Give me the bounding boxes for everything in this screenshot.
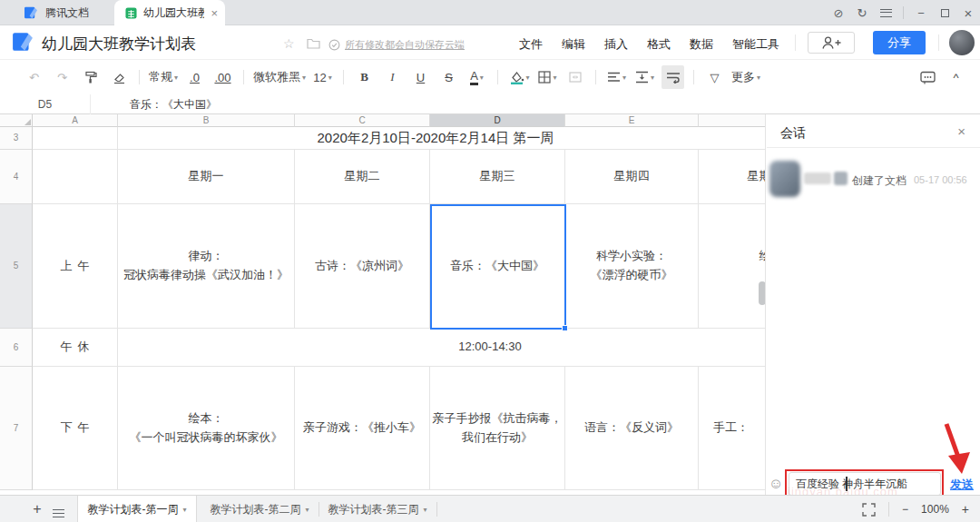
clear-format-button[interactable]	[107, 65, 130, 89]
strikethrough-button[interactable]: S	[437, 65, 460, 89]
menu-insert[interactable]: 插入	[604, 36, 628, 53]
decrease-decimal-button[interactable]: .0	[183, 65, 206, 89]
cell-e7[interactable]: 语言：《反义词》	[565, 367, 699, 490]
close-button[interactable]: ×	[956, 5, 980, 21]
fullscreen-icon[interactable]	[862, 503, 876, 517]
cell-reference-box[interactable]: D5	[0, 94, 91, 114]
row-header-5[interactable]: 5	[0, 204, 33, 329]
more-tools-dropdown[interactable]: 更多▾	[731, 65, 760, 89]
bold-button[interactable]: B	[353, 65, 376, 89]
vertical-scrollbar-thumb[interactable]	[759, 281, 765, 305]
font-color-dropdown[interactable]: A▾	[466, 65, 488, 89]
row-header-6[interactable]: 6	[0, 329, 33, 367]
cell-b4-monday[interactable]: 星期一	[118, 150, 295, 204]
compass-icon[interactable]: ⊘	[827, 6, 850, 20]
tab-active-document[interactable]: 幼儿园大班教学计 ×	[114, 0, 225, 25]
col-header-c[interactable]: C	[295, 114, 430, 127]
add-sheet-button[interactable]: +	[27, 499, 47, 519]
cell-d7[interactable]: 亲子手抄报《抗击病毒， 我们在行动》	[430, 367, 565, 490]
col-header-a[interactable]: A	[33, 114, 118, 127]
text-cursor	[846, 477, 848, 491]
row-header-4[interactable]: 4	[0, 150, 33, 204]
cell-e4-thursday[interactable]: 星期四	[565, 150, 699, 204]
vertical-align-dropdown[interactable]: ▾	[633, 65, 656, 89]
font-family-dropdown[interactable]: 微软雅黑▾	[253, 65, 306, 89]
cell-e5[interactable]: 科学小实验： 《漂浮的硬币》	[565, 204, 699, 329]
emoji-icon[interactable]: ☺	[769, 476, 783, 492]
col-header-b[interactable]: B	[118, 114, 295, 127]
format-painter-button[interactable]	[79, 65, 102, 89]
menu-icon[interactable]	[874, 6, 897, 20]
zoom-in-button[interactable]: +	[962, 502, 969, 517]
increase-decimal-button[interactable]: .00	[211, 65, 234, 89]
document-title[interactable]: 幼儿园大班教学计划表	[42, 34, 196, 54]
row-header-3[interactable]: 3	[0, 127, 33, 150]
col-header-d[interactable]: D	[430, 114, 565, 127]
formula-input[interactable]: 音乐：《大中国》	[130, 97, 217, 113]
cell-noon-break-time[interactable]: 12:00-14:30	[118, 329, 765, 367]
filter-button[interactable]: ▽	[703, 65, 726, 89]
user-avatar[interactable]	[949, 30, 975, 55]
select-all-corner[interactable]	[0, 114, 33, 127]
member-name-blurred-2	[834, 172, 848, 185]
italic-button[interactable]: I	[381, 65, 404, 89]
spreadsheet-area[interactable]: A B C D E 3 4 5 6 7 2020年2月10日-2020年2月14…	[0, 114, 765, 495]
sheet-tab-week1[interactable]: 教学计划表-第一周▾	[77, 496, 197, 522]
tab-tencent-docs[interactable]: 腾讯文档	[0, 0, 89, 25]
fill-handle[interactable]	[562, 325, 568, 331]
minimize-button[interactable]: −	[909, 6, 933, 20]
comment-icon[interactable]	[916, 65, 939, 89]
send-button[interactable]: 发送	[950, 477, 974, 493]
menu-data[interactable]: 数据	[690, 36, 713, 53]
number-format-dropdown[interactable]: 常规▾	[149, 65, 178, 89]
cell-c7[interactable]: 亲子游戏：《推小车》	[295, 367, 430, 490]
collapse-toolbar-button[interactable]: ^	[945, 65, 967, 89]
menu-format[interactable]: 格式	[647, 36, 671, 53]
horizontal-align-dropdown[interactable]: ▾	[605, 65, 628, 89]
maximize-button[interactable]	[933, 6, 956, 20]
undo-button[interactable]: ↶	[23, 65, 45, 89]
cell-a4[interactable]	[33, 150, 118, 204]
event-timestamp: 05-17 00:56	[914, 174, 967, 185]
cell-a6-noon-break[interactable]: 午休	[33, 329, 118, 367]
cell-b7[interactable]: 绘本： 《一个叫冠状病毒的坏家伙》	[118, 367, 295, 490]
borders-dropdown[interactable]: ▾	[535, 65, 558, 89]
chevron-down-icon: ▾	[554, 74, 557, 82]
col-header-e[interactable]: E	[565, 114, 699, 127]
zoom-level[interactable]: 100%	[921, 503, 949, 516]
sheet-list-icon[interactable]	[53, 505, 64, 521]
zoom-out-button[interactable]: −	[902, 503, 908, 516]
font-size-dropdown[interactable]: 12▾	[311, 65, 334, 89]
chat-message-input[interactable]: 百度经验 神舟半年沉船	[789, 472, 941, 496]
merge-cells-button[interactable]	[564, 65, 586, 89]
close-panel-icon[interactable]: ×	[957, 123, 965, 139]
cell-a7-afternoon[interactable]: 下午	[33, 367, 118, 490]
cell-d4-wednesday[interactable]: 星期三	[430, 150, 565, 204]
cell-f4-friday[interactable]: 星期五	[699, 150, 765, 204]
move-folder-icon[interactable]	[307, 37, 320, 49]
col-header-f[interactable]	[699, 114, 765, 127]
redo-button[interactable]: ↷	[51, 65, 74, 89]
invite-collaborator-button[interactable]	[808, 32, 855, 54]
sheet-tab-week3[interactable]: 教学计划表-第三周▾	[319, 496, 436, 522]
share-button[interactable]: 分享	[873, 31, 926, 54]
cell-week-title[interactable]: 2020年2月10日-2020年2月14日 第一周	[118, 127, 765, 150]
tab-close-icon[interactable]: ×	[211, 7, 218, 19]
text-wrap-button[interactable]	[662, 65, 684, 89]
refresh-icon[interactable]: ↻	[850, 6, 874, 20]
menu-file[interactable]: 文件	[519, 36, 543, 53]
cell-c5[interactable]: 古诗：《凉州词》	[295, 204, 430, 329]
cell-f7[interactable]: 手工：	[699, 367, 765, 490]
menu-smart-tools[interactable]: 智能工具	[732, 36, 779, 53]
underline-button[interactable]: U	[409, 65, 432, 89]
cell-a5-morning[interactable]: 上午	[33, 204, 118, 329]
star-icon[interactable]: ☆	[283, 36, 295, 51]
menu-edit[interactable]: 编辑	[562, 36, 585, 53]
cell-f5[interactable]: 绘 《	[699, 204, 765, 329]
cell-c4-tuesday[interactable]: 星期二	[295, 150, 430, 204]
cell-a3[interactable]	[33, 127, 118, 150]
cell-b5[interactable]: 律动： 冠状病毒律动操《武汉加油！》	[118, 204, 295, 329]
fill-color-dropdown[interactable]: ▾	[507, 65, 530, 89]
row-header-7[interactable]: 7	[0, 367, 33, 490]
sheet-tab-week2[interactable]: 教学计划表-第二周▾	[201, 496, 318, 522]
